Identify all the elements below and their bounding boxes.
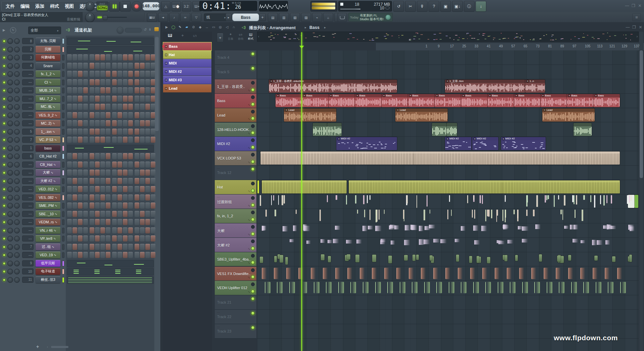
- step-cell[interactable]: [67, 194, 72, 201]
- channel-led[interactable]: [3, 163, 6, 166]
- step-cell[interactable]: [106, 153, 110, 159]
- step-cell[interactable]: [135, 112, 139, 118]
- step-cell[interactable]: [90, 153, 94, 159]
- step-cell[interactable]: [78, 244, 83, 250]
- step-cell[interactable]: [151, 219, 155, 225]
- step-cell[interactable]: [72, 104, 77, 110]
- step-cell[interactable]: [135, 186, 139, 192]
- uplifter-clip[interactable]: [314, 282, 319, 293]
- step-cell[interactable]: [78, 96, 83, 102]
- step-cell[interactable]: [123, 203, 128, 209]
- step-cell[interactable]: [106, 104, 110, 110]
- step-cell[interactable]: [117, 203, 122, 209]
- step-cell[interactable]: [90, 211, 94, 217]
- hit-clip[interactable]: [487, 210, 488, 216]
- step-cell[interactable]: [95, 244, 100, 250]
- picker-automation-tab-icon[interactable]: ᔕ: [193, 33, 197, 38]
- channel-name-button[interactable]: MU..7_2∿: [36, 95, 60, 102]
- step-cell[interactable]: [90, 137, 94, 143]
- step-cell[interactable]: [106, 120, 110, 126]
- tab-自动[interactable]: ᔕ自动: [236, 32, 246, 41]
- step-cell[interactable]: [123, 170, 128, 176]
- track-header-1[interactable]: ⋯Track 4: [215, 50, 256, 65]
- hit-clip[interactable]: [367, 195, 368, 203]
- channel-number[interactable]: 1: [22, 145, 34, 151]
- step-cell[interactable]: [106, 244, 110, 250]
- crash-clip[interactable]: [581, 240, 586, 243]
- step-cell[interactable]: [95, 227, 100, 233]
- step-cell[interactable]: [151, 87, 155, 93]
- step-cell[interactable]: [123, 194, 128, 201]
- channel-number[interactable]: ---: [22, 79, 34, 85]
- hit-clip[interactable]: [631, 195, 632, 201]
- downlifter-clip[interactable]: [531, 268, 537, 279]
- step-cell[interactable]: [95, 194, 100, 201]
- crash-clip[interactable]: [391, 240, 395, 244]
- step-cell[interactable]: [145, 96, 150, 102]
- channel-number[interactable]: ---: [22, 87, 34, 93]
- step-cell[interactable]: [83, 63, 88, 69]
- pencil-button[interactable]: ✎: [177, 24, 183, 30]
- song-mode-label[interactable]: SONG: [97, 6, 107, 10]
- channel-volume-knob[interactable]: [14, 104, 20, 110]
- step-cell[interactable]: [90, 244, 94, 250]
- uplifter-clip[interactable]: [363, 282, 368, 293]
- step-cell[interactable]: [67, 104, 72, 110]
- step-cell[interactable]: [95, 137, 100, 143]
- step-cell[interactable]: [90, 129, 94, 135]
- channel-name-button[interactable]: Snare: [36, 62, 60, 69]
- step-cell[interactable]: [151, 96, 155, 102]
- channel-led[interactable]: [3, 188, 6, 191]
- step-cell[interactable]: [128, 87, 133, 93]
- hit-clip[interactable]: [275, 210, 276, 216]
- channel-volume-knob[interactable]: [14, 71, 20, 77]
- step-cell[interactable]: [72, 227, 77, 233]
- step-cell[interactable]: [106, 112, 110, 118]
- step-cell[interactable]: [67, 54, 72, 60]
- step-cell[interactable]: [145, 178, 150, 184]
- mixer-route-indicator[interactable]: [62, 145, 64, 151]
- uplifter-clip[interactable]: [265, 282, 270, 293]
- step-cell[interactable]: [112, 244, 117, 250]
- track-header-9[interactable]: ⋯Track 12: [215, 166, 256, 180]
- step-cell[interactable]: [67, 227, 72, 233]
- step-cell[interactable]: [128, 194, 133, 201]
- channel-number[interactable]: ---: [22, 96, 34, 102]
- step-cell[interactable]: [140, 227, 145, 233]
- clip[interactable]: ≡Lead: [284, 108, 336, 122]
- hit-clip[interactable]: [327, 195, 328, 202]
- step-cell[interactable]: [117, 96, 122, 102]
- step-cell[interactable]: [100, 170, 105, 176]
- restore-icon[interactable]: ❐: [631, 3, 636, 8]
- crash-clip[interactable]: [368, 226, 373, 229]
- track-led[interactable]: [251, 211, 255, 214]
- step-cell[interactable]: [83, 227, 88, 233]
- playlist-vscrollbar-track[interactable]: [639, 32, 643, 351]
- timeline-ruler[interactable]: 1917253341495765738189971051131211291371…: [376, 43, 644, 51]
- track-mute-led[interactable]: [251, 160, 255, 164]
- downlifter-clip[interactable]: [458, 268, 463, 279]
- channel-pan-knob[interactable]: [7, 277, 13, 283]
- step-cell[interactable]: [72, 219, 77, 225]
- step-cell[interactable]: [151, 194, 155, 201]
- step-cell[interactable]: [95, 63, 100, 69]
- channel-pan-knob[interactable]: [7, 80, 13, 85]
- step-cell[interactable]: [128, 170, 133, 176]
- track-mute-led[interactable]: [251, 275, 255, 279]
- fx-clip[interactable]: [629, 255, 632, 262]
- step-cell[interactable]: [117, 178, 122, 184]
- overview-left-icon[interactable]: ‹: [258, 35, 259, 38]
- step-cell[interactable]: [100, 211, 105, 217]
- crash-clip[interactable]: [522, 239, 528, 243]
- step-cell[interactable]: [128, 104, 133, 110]
- crash-clip[interactable]: [419, 239, 425, 245]
- channel-name-button[interactable]: MC..氛∿: [36, 103, 60, 110]
- channel-volume-knob[interactable]: [14, 113, 20, 118]
- step-cell[interactable]: [117, 54, 122, 60]
- mixer-route-indicator[interactable]: [62, 71, 64, 77]
- downlifter-clip[interactable]: [482, 268, 488, 279]
- step-cell[interactable]: [83, 178, 88, 184]
- track-header-14[interactable]: ⋯大镲 #2∿: [215, 238, 256, 252]
- typing-keyboard-button[interactable]: ▦Ш: [147, 13, 157, 22]
- step-cell[interactable]: [135, 162, 139, 168]
